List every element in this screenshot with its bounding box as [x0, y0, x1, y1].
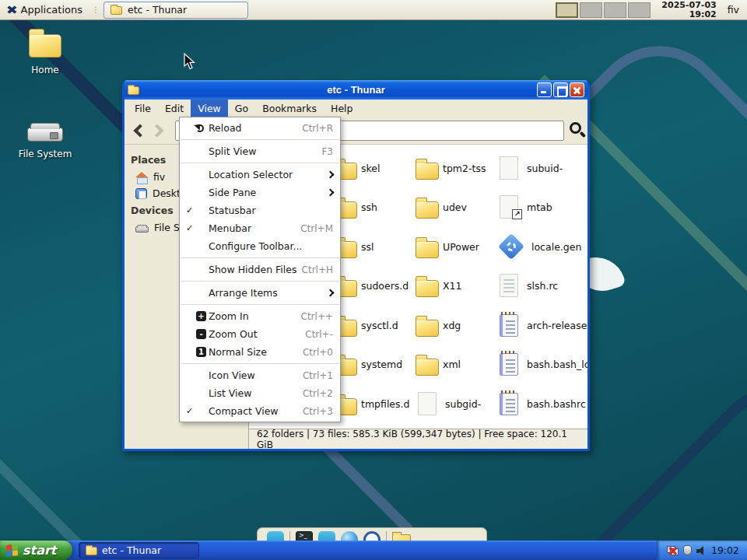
dock-terminal-icon[interactable]: >_ — [296, 531, 313, 541]
reload-icon — [196, 124, 204, 132]
file-item[interactable]: bash.bash_logout — [497, 348, 587, 380]
menu-separator — [181, 257, 339, 258]
desktop-icon — [135, 188, 147, 199]
thunar-window: etc - Thunar File Edit View Go Bookmarks… — [122, 80, 590, 451]
mouse-settings-icon[interactable] — [683, 545, 692, 555]
file-item[interactable]: bash.bashrc — [497, 388, 586, 419]
menu-item-list-view[interactable]: List ViewCtrl+2 — [180, 384, 340, 402]
desktop-icon-home[interactable]: Home — [12, 28, 79, 75]
panel-task-button[interactable]: etc - Thunar — [103, 2, 248, 19]
menu-item-zoom-in[interactable]: +Zoom InCtrl++ — [180, 307, 340, 325]
statusbar: 62 folders | 73 files: 585.3 KiB (599,34… — [249, 429, 587, 449]
maximize-button[interactable] — [553, 82, 568, 97]
folder-icon — [416, 320, 439, 337]
menu-item-normal-size[interactable]: 1Normal SizeCtrl+0 — [180, 343, 340, 361]
titlebar[interactable]: etc - Thunar — [124, 80, 587, 100]
file-item[interactable]: sysctl.d — [334, 310, 398, 341]
submenu-arrow-icon — [327, 189, 335, 197]
blank-file-icon — [500, 156, 518, 180]
menu-item-show-hidden-files[interactable]: Show Hidden FilesCtrl+H — [180, 261, 340, 278]
menu-bookmarks[interactable]: Bookmarks — [255, 100, 324, 117]
workspace-3[interactable] — [604, 2, 626, 18]
back-button[interactable] — [134, 124, 147, 137]
folder-icon — [86, 547, 97, 555]
forward-button[interactable] — [151, 124, 164, 137]
close-button[interactable] — [570, 82, 584, 97]
zoom-in-icon: + — [196, 311, 206, 321]
checkmark-icon: ✓ — [186, 406, 196, 416]
dock-filemanager-icon[interactable] — [267, 531, 284, 541]
menu-separator — [181, 304, 339, 305]
file-item[interactable]: udev — [416, 191, 467, 222]
tray-clock[interactable]: 19:02 — [711, 544, 739, 556]
file-item[interactable]: arch-release — [497, 310, 587, 341]
file-item[interactable]: xml — [416, 348, 461, 380]
submenu-arrow-icon — [327, 289, 335, 297]
dock-separator — [386, 531, 387, 541]
file-item[interactable]: tpm2-tss — [416, 152, 486, 184]
panel-clock[interactable]: 2025-07-03 19:02 — [661, 1, 716, 19]
file-item[interactable]: UPower — [416, 231, 479, 262]
zoom-out-icon: - — [196, 329, 206, 339]
menu-edit[interactable]: Edit — [158, 100, 191, 117]
file-item[interactable]: X11 — [416, 270, 461, 301]
menu-item-zoom-out[interactable]: -Zoom OutCtrl+- — [180, 325, 340, 343]
link-file-icon: ↗ — [500, 195, 518, 219]
menu-help[interactable]: Help — [324, 100, 360, 117]
applications-menu-button[interactable]: ✖ Applications — [0, 0, 89, 19]
panel-username: fiv — [728, 4, 739, 16]
note-file-icon — [500, 314, 518, 337]
file-item[interactable]: slsh.rc — [497, 270, 558, 301]
menu-item-split-view[interactable]: Split ViewF3 — [180, 142, 340, 160]
folder-icon — [416, 280, 439, 297]
file-item[interactable]: subgid- — [416, 388, 481, 419]
dock-browser-icon[interactable] — [341, 531, 358, 541]
folder-icon — [416, 163, 439, 180]
menu-view[interactable]: View — [191, 100, 228, 117]
menu-item-location-selector[interactable]: Location Selector — [180, 166, 340, 184]
workspace-2[interactable] — [580, 2, 602, 18]
menubar: File Edit View Go Bookmarks Help — [124, 100, 587, 117]
menu-item-side-pane[interactable]: Side Pane — [180, 184, 340, 201]
note-file-icon — [500, 393, 518, 415]
menu-separator — [181, 139, 339, 140]
menu-item-configure-toolbar[interactable]: Configure Toolbar... — [180, 237, 340, 255]
dock-app-icon[interactable] — [318, 531, 335, 541]
blank-file-icon — [418, 392, 437, 415]
dock-separator — [289, 531, 290, 541]
workspace-4[interactable] — [628, 2, 651, 18]
menu-item-menubar[interactable]: ✓MenubarCtrl+M — [180, 219, 340, 237]
menu-item-reload[interactable]: ReloadCtrl+R — [180, 119, 340, 137]
workspace-1[interactable] — [556, 2, 578, 18]
menu-separator — [181, 281, 339, 282]
view-menu: ReloadCtrl+R Split ViewF3 Location Selec… — [179, 117, 341, 422]
file-item[interactable]: systemd — [334, 348, 402, 380]
text-file-icon — [500, 274, 518, 297]
file-item[interactable]: ↗mtab — [497, 191, 552, 222]
xfce-logo-icon: ✖ — [6, 3, 18, 17]
search-icon[interactable] — [570, 122, 581, 134]
menu-item-compact-view[interactable]: ✓Compact ViewCtrl+3 — [180, 402, 340, 420]
menu-separator — [181, 163, 339, 163]
file-item[interactable]: sudoers.d — [334, 270, 409, 301]
menu-item-icon-view[interactable]: Icon ViewCtrl+1 — [180, 366, 340, 384]
dock: >_ — [257, 527, 487, 541]
desktop-icon-file-system[interactable]: File System — [12, 115, 79, 159]
minimize-button[interactable] — [537, 82, 552, 97]
file-item[interactable]: tmpfiles.d — [334, 388, 409, 419]
taskbar-task-button[interactable]: etc - Thunar — [79, 542, 199, 558]
file-item[interactable]: locale.gen — [497, 231, 581, 262]
start-button[interactable]: start — [0, 541, 72, 560]
menu-file[interactable]: File — [128, 100, 158, 117]
mouse-cursor — [184, 53, 197, 71]
menu-go[interactable]: Go — [228, 100, 255, 117]
menu-item-statusbar[interactable]: ✓Statusbar — [180, 201, 340, 219]
file-item[interactable]: xdg — [416, 310, 461, 341]
folder-icon — [29, 34, 61, 58]
dock-appfinder-icon[interactable] — [363, 531, 381, 541]
volume-icon[interactable] — [696, 546, 707, 555]
menu-item-arrange-items[interactable]: Arrange Items — [180, 284, 340, 302]
file-item[interactable]: subuid- — [497, 152, 563, 184]
dock-folder-icon[interactable] — [392, 534, 411, 541]
network-offline-icon[interactable] — [667, 546, 679, 555]
